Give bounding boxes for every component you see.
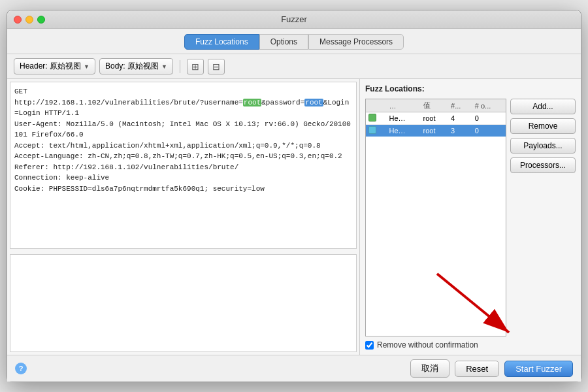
toolbar: Header: 原始视图 ▼ Body: 原始视图 ▼ ⊞ ⊟ — [7, 54, 581, 79]
titlebar: Fuzzer — [7, 10, 581, 29]
color-dot-blue — [368, 126, 376, 134]
table-row[interactable]: He… root 4 0 — [366, 112, 506, 125]
main-window: Fuzzer Fuzz Locations Options Message Pr… — [7, 10, 581, 382]
row-color-cell — [366, 112, 387, 125]
tabs-row: Fuzz Locations Options Message Processor… — [7, 29, 581, 54]
remove-button[interactable]: Remove — [510, 118, 576, 134]
col-ellipsis: … — [387, 99, 421, 112]
fuzz-locations-label: Fuzz Locations: — [365, 84, 576, 93]
help-icon[interactable]: ? — [15, 363, 27, 374]
row-color-cell — [366, 125, 387, 137]
content-area: GET http://192.168.1.102/vulnerabilities… — [7, 79, 581, 355]
content-wrapper: GET http://192.168.1.102/vulnerabilities… — [7, 79, 581, 382]
remove-confirmation-checkbox[interactable] — [365, 341, 374, 350]
left-panel: GET http://192.168.1.102/vulnerabilities… — [7, 79, 360, 355]
header-select-label: Header: 原始视图 — [20, 61, 81, 72]
header-select[interactable]: Header: 原始视图 ▼ — [14, 58, 95, 74]
fuzz-table-container[interactable]: … 值 #... # o... He… root — [365, 99, 506, 336]
row-col4: 0 — [472, 112, 506, 125]
col-value: 值 — [421, 99, 448, 112]
table-and-buttons: … 值 #... # o... He… root — [365, 99, 576, 336]
row-col2: root — [421, 112, 448, 125]
tab-options[interactable]: Options — [259, 34, 308, 50]
header-select-arrow: ▼ — [84, 63, 90, 70]
window-title: Fuzzer — [281, 14, 307, 24]
row-col3: 4 — [448, 112, 472, 125]
col-color — [366, 99, 387, 112]
bottom-bar: ? 取消 Reset Start Fuzzer — [7, 355, 581, 382]
right-buttons: Add... Remove Payloads... Processors... — [506, 99, 576, 336]
remove-confirmation-label: Remove without confirmation — [377, 340, 478, 350]
minimize-button[interactable] — [25, 16, 33, 24]
processors-button[interactable]: Processors... — [510, 157, 576, 173]
body-select-label: Body: 原始视图 — [105, 61, 159, 72]
fuzz-table: … 值 #... # o... He… root — [366, 99, 506, 137]
tab-message-processors[interactable]: Message Processors — [308, 34, 404, 50]
table-row-selected[interactable]: He… root 3 0 — [366, 125, 506, 137]
start-fuzzer-button[interactable]: Start Fuzzer — [504, 361, 573, 377]
request-text-area[interactable]: GET http://192.168.1.102/vulnerabilities… — [10, 82, 357, 249]
col-count: #... — [448, 99, 472, 112]
window-controls — [14, 16, 45, 24]
row-col3: 3 — [448, 125, 472, 137]
checkbox-row: Remove without confirmation — [365, 340, 576, 350]
body-select[interactable]: Body: 原始视图 ▼ — [99, 58, 173, 74]
tab-fuzz-locations[interactable]: Fuzz Locations — [184, 34, 259, 50]
close-button[interactable] — [14, 16, 22, 24]
bottom-right-buttons: 取消 Reset Start Fuzzer — [410, 359, 573, 378]
color-dot-green — [368, 114, 376, 122]
row-col1: He… — [387, 125, 421, 137]
right-panel: Fuzz Locations: … 值 #... # o... — [360, 79, 581, 355]
row-col2: root — [421, 125, 448, 137]
row-col4: 0 — [472, 125, 506, 137]
body-select-arrow: ▼ — [161, 63, 167, 70]
reset-button[interactable]: Reset — [455, 361, 499, 377]
wrap-icon-button[interactable]: ⊞ — [187, 59, 204, 74]
col-other-count: # o... — [472, 99, 506, 112]
format-icon-button[interactable]: ⊟ — [208, 59, 225, 74]
toolbar-divider — [180, 60, 180, 73]
maximize-button[interactable] — [37, 16, 45, 24]
cancel-button[interactable]: 取消 — [410, 359, 449, 378]
payloads-button[interactable]: Payloads... — [510, 138, 576, 154]
row-col1: He… — [387, 112, 421, 125]
response-text-area[interactable] — [10, 254, 357, 352]
add-button[interactable]: Add... — [510, 99, 576, 114]
